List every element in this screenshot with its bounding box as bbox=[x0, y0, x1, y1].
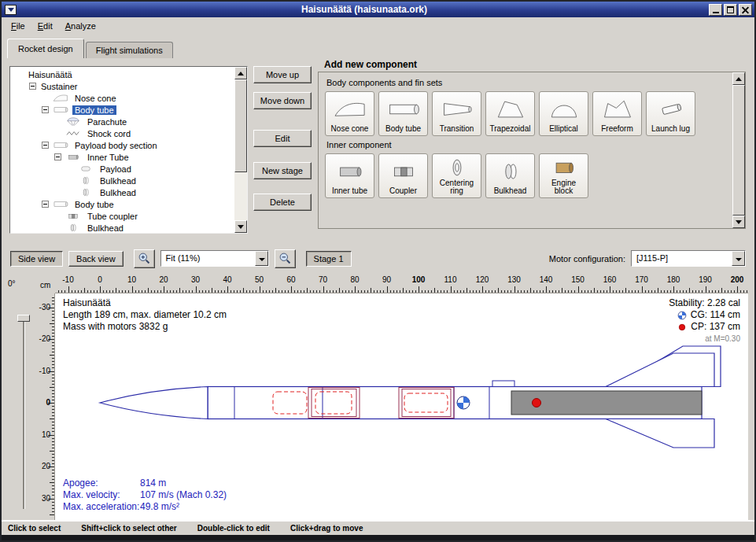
tree-item-label: Body tube bbox=[72, 105, 116, 115]
status-hint: Shift+click to select other bbox=[81, 524, 176, 533]
collapse-icon[interactable] bbox=[29, 83, 36, 90]
tree-item-payload[interactable]: Payload bbox=[12, 163, 234, 175]
rocket-canvas[interactable]: Haisunäätä Length 189 cm, max. diameter … bbox=[55, 293, 748, 520]
window-controls bbox=[709, 4, 752, 16]
add-freeform-button[interactable]: Freeform bbox=[592, 91, 642, 136]
side-view-button[interactable]: Side view bbox=[10, 251, 63, 267]
flight-stat-max-velocity: Max. velocity:107 m/s (Mach 0.32) bbox=[63, 489, 227, 501]
add-bulkhead-button[interactable]: Bulkhead bbox=[485, 153, 535, 198]
palette-button-label: Centering ring bbox=[434, 179, 479, 196]
add-launch-lug-button[interactable]: Launch lug bbox=[646, 91, 695, 136]
triangle-up-icon bbox=[238, 72, 244, 76]
add-nose-cone-button[interactable]: Nose cone bbox=[325, 91, 374, 136]
palette-button-label: Freeform bbox=[601, 125, 633, 134]
launch-lug-outline[interactable] bbox=[492, 381, 514, 387]
mach-note: at M=0.30 bbox=[669, 333, 740, 345]
menu-edit[interactable]: Edit bbox=[31, 19, 59, 33]
zoom-in-button[interactable] bbox=[134, 249, 155, 268]
add-centering-ring-button[interactable]: Centering ring bbox=[432, 153, 481, 198]
collapse-icon[interactable] bbox=[42, 142, 49, 149]
collapse-icon[interactable] bbox=[42, 106, 49, 113]
tree-item-bulkhead[interactable]: Bulkhead bbox=[12, 222, 234, 232]
add-engine-block-button[interactable]: Engine block bbox=[539, 153, 588, 198]
scroll-down-button[interactable] bbox=[234, 220, 247, 233]
tree-item-bulkhead[interactable]: Bulkhead bbox=[12, 186, 234, 198]
tree-item-parachute[interactable]: Parachute bbox=[12, 116, 234, 127]
palette-scrollbar[interactable] bbox=[732, 72, 745, 228]
tree-item-label: Bulkhead bbox=[85, 223, 126, 233]
tree-item-payload-body-section[interactable]: Payload body section bbox=[12, 139, 234, 151]
tree-item-inner-tube[interactable]: Inner Tube bbox=[12, 151, 234, 163]
h-ruler: -100102030405060708090100110120130140150… bbox=[55, 273, 748, 293]
tab-flight-simulations[interactable]: Flight simulations bbox=[86, 42, 173, 58]
scrollbar-thumb[interactable] bbox=[732, 85, 745, 216]
palette-button-label: Nose cone bbox=[331, 125, 369, 134]
tree-item-haisun-t[interactable]: Haisunäätä bbox=[12, 68, 234, 80]
title-bar[interactable]: Haisunäätä (haisunaata.ork) bbox=[2, 2, 754, 17]
stage-1-button[interactable]: Stage 1 bbox=[306, 251, 352, 267]
tree-item-shock-cord[interactable]: Shock cord bbox=[12, 127, 234, 139]
inner-tube-icon bbox=[330, 156, 370, 187]
scroll-down-button[interactable] bbox=[732, 216, 745, 228]
centering-ring-icon bbox=[437, 156, 477, 179]
delete-button[interactable]: Delete bbox=[253, 194, 312, 211]
minimize-button[interactable] bbox=[709, 4, 722, 16]
close-icon bbox=[741, 6, 750, 13]
motor-configuration-combo[interactable]: [J115-P] bbox=[631, 250, 746, 267]
move-down-button[interactable]: Move down bbox=[253, 92, 312, 109]
ruler-unit-label: cm bbox=[40, 281, 50, 289]
collapse-icon[interactable] bbox=[54, 153, 61, 160]
tab-row: Rocket designFlight simulations bbox=[2, 35, 754, 58]
new-stage-button[interactable]: New stage bbox=[253, 162, 312, 179]
menu-file[interactable]: File bbox=[5, 19, 31, 33]
parachute-icon bbox=[64, 116, 83, 127]
scroll-up-button[interactable] bbox=[234, 67, 247, 79]
add-inner-tube-button[interactable]: Inner tube bbox=[325, 153, 374, 198]
tree-item-body-tube[interactable]: Body tube bbox=[12, 198, 234, 210]
palette-sections: Body components and fin setsNose coneBod… bbox=[325, 78, 726, 198]
rotation-slider[interactable] bbox=[2, 293, 33, 520]
scroll-up-button[interactable] bbox=[732, 72, 745, 85]
add-trapezoidal-button[interactable]: Trapezoidal bbox=[485, 91, 535, 136]
flight-stat-max-acceleration: Max. acceleration:49.8 m/s² bbox=[63, 501, 227, 513]
add-elliptical-button[interactable]: Elliptical bbox=[539, 91, 588, 136]
maximize-button[interactable] bbox=[724, 4, 737, 16]
zoom-level-combo[interactable]: Fit (11%) bbox=[160, 250, 269, 267]
add-coupler-button[interactable]: Coupler bbox=[378, 153, 428, 198]
tree-item-tube-coupler[interactable]: Tube coupler bbox=[12, 210, 234, 222]
palette-title: Add new component bbox=[324, 59, 417, 70]
bulkhead-icon bbox=[76, 187, 95, 197]
stability-value: Stability: 2.28 cal bbox=[669, 297, 740, 309]
scrollbar-thumb[interactable] bbox=[234, 79, 247, 172]
palette-button-label: Elliptical bbox=[549, 125, 578, 134]
menu-bar: FileEditAnalyze bbox=[2, 17, 754, 35]
back-view-button[interactable]: Back view bbox=[68, 251, 124, 267]
tree-item-label: Body tube bbox=[72, 200, 116, 209]
add-transition-button[interactable]: Transition bbox=[432, 91, 481, 136]
payload-icon bbox=[76, 164, 95, 174]
nose-cone-outline[interactable] bbox=[100, 387, 208, 419]
tree-item-sustainer[interactable]: Sustainer bbox=[12, 80, 234, 92]
window-title: Haisunäätä (haisunaata.ork) bbox=[20, 4, 709, 15]
window-icon[interactable] bbox=[5, 5, 17, 15]
edit-button[interactable]: Edit bbox=[253, 130, 312, 147]
collapse-icon[interactable] bbox=[42, 201, 49, 208]
zoom-out-button[interactable] bbox=[275, 249, 296, 268]
slider-handle[interactable] bbox=[17, 315, 30, 322]
add-body-tube-button[interactable]: Body tube bbox=[378, 91, 428, 136]
close-button[interactable] bbox=[739, 4, 752, 16]
flight-stats: Apogee:814 mMax. velocity:107 m/s (Mach … bbox=[63, 477, 227, 513]
coupler-icon bbox=[64, 211, 83, 221]
tree-item-body-tube[interactable]: Body tube bbox=[12, 104, 234, 116]
tree-item-label: Parachute bbox=[85, 117, 129, 127]
move-up-button[interactable]: Move up bbox=[253, 66, 312, 83]
tree-item-bulkhead[interactable]: Bulkhead bbox=[12, 175, 234, 186]
menu-analyze[interactable]: Analyze bbox=[59, 19, 102, 33]
tree-item-nose-cone[interactable]: Nose cone bbox=[12, 92, 234, 104]
tree-item-label: Nose cone bbox=[72, 94, 119, 103]
palette-button-label: Launch lug bbox=[651, 125, 690, 134]
tree-scrollbar[interactable] bbox=[234, 67, 247, 233]
tab-rocket-design[interactable]: Rocket design bbox=[7, 39, 84, 58]
tree-item-label: Payload body section bbox=[72, 141, 160, 150]
rocket-name: Haisunäätä bbox=[63, 297, 227, 309]
